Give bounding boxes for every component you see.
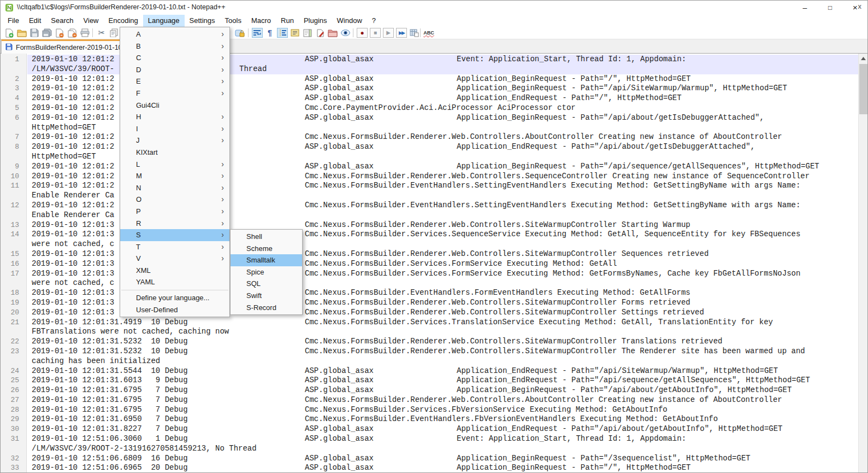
- save-all-icon[interactable]: [42, 28, 52, 38]
- log-line[interactable]: 262019-01-10 12:01:31.6795 7 DebugASP.gl…: [1, 386, 858, 395]
- log-message: Event: Application_Start, Thread Id: 1, …: [457, 55, 686, 65]
- macro-run-multiple-icon[interactable]: ▶▶: [396, 28, 407, 38]
- language-menu-item-o[interactable]: O›: [120, 194, 229, 206]
- notepad-window: \\cltqafb1\c$\logs\FormsBuilderRenderer-…: [0, 0, 868, 473]
- language-submenu-item-spice[interactable]: Spice: [231, 266, 302, 278]
- language-menu-item-gui4cli[interactable]: Gui4Cli: [120, 100, 229, 112]
- language-menu-item-p[interactable]: P›: [120, 206, 229, 218]
- menubar-item-run[interactable]: Run: [276, 15, 299, 27]
- monitor-icon[interactable]: [340, 28, 351, 38]
- log-line-wrap[interactable]: /LM/W3SVC/39/ROOT-2-131916270581459213, …: [1, 444, 858, 454]
- print-icon[interactable]: [79, 28, 90, 38]
- language-menu-item-e[interactable]: E›: [120, 75, 229, 87]
- macro-stop-icon[interactable]: ■: [370, 28, 381, 38]
- cut-icon[interactable]: ✂: [96, 28, 107, 38]
- document-switcher-icon[interactable]: [315, 28, 326, 38]
- log-line[interactable]: 322019-01-10 12:51:06.6809 16 DebugASP.g…: [1, 454, 858, 464]
- language-menu-item-s[interactable]: S›: [120, 229, 229, 241]
- open-folder-icon[interactable]: [16, 28, 27, 38]
- log-line[interactable]: 332019-01-10 12:51:06.6965 20 DebugASP.g…: [1, 463, 858, 472]
- menu-item-label: Smalltalk: [246, 256, 275, 264]
- menubar-item-tools[interactable]: Tools: [220, 15, 246, 27]
- log-line[interactable]: 222019-01-10 12:01:31.5232 10 DebugCmc.N…: [1, 337, 858, 347]
- menubar-item-[interactable]: ?: [367, 15, 381, 27]
- log-line[interactable]: 312019-01-10 12:51:06.3060 1 DebugASP.gl…: [1, 434, 858, 444]
- spell-check-icon[interactable]: ABC: [423, 28, 434, 38]
- menubar-item-edit[interactable]: Edit: [24, 15, 46, 27]
- menubar-item-plugins[interactable]: Plugins: [299, 15, 332, 27]
- line-number: 29: [1, 414, 19, 424]
- language-submenu-item-smalltalk[interactable]: Smalltalk: [231, 254, 302, 266]
- menubar-item-language[interactable]: Language: [143, 15, 185, 27]
- language-menu-item-define-your-language[interactable]: Define your language...: [120, 292, 229, 304]
- language-submenu-item-scheme[interactable]: Scheme: [231, 243, 302, 255]
- line-number: 15: [1, 249, 19, 259]
- minimize-button[interactable]: –: [793, 1, 817, 15]
- close-all-icon[interactable]: [67, 28, 78, 38]
- vertical-scrollbar[interactable]: [858, 54, 867, 472]
- menubar-item-search[interactable]: Search: [46, 15, 78, 27]
- language-submenu-item-sql[interactable]: SQL: [231, 278, 302, 290]
- close-doc-icon[interactable]: [54, 28, 65, 38]
- log-line[interactable]: 232019-01-10 12:01:31.5232 10 DebugCmc.N…: [1, 347, 858, 357]
- menubar-item-macro[interactable]: Macro: [246, 15, 276, 27]
- language-menu-item-i[interactable]: I›: [120, 123, 229, 135]
- line-number: 32: [1, 454, 19, 464]
- menubar-item-view[interactable]: View: [79, 15, 104, 27]
- macro-record-icon[interactable]: ●: [357, 28, 368, 38]
- language-menu-item-v[interactable]: V›: [120, 253, 229, 265]
- language-menu-item-m[interactable]: M›: [120, 170, 229, 182]
- sync-scroll-icon[interactable]: [234, 28, 245, 38]
- menubar-item-encoding[interactable]: Encoding: [104, 15, 143, 27]
- menubar-item-settings[interactable]: Settings: [185, 15, 220, 27]
- language-menu-item-h[interactable]: H›: [120, 111, 229, 123]
- indent-guide-icon[interactable]: [277, 28, 288, 38]
- log-source: Cmc.Nexus.FormsBuilder.Renderer.Web.Cont…: [305, 337, 723, 347]
- language-menu-item-r[interactable]: R›: [120, 218, 229, 230]
- macro-save-icon[interactable]: [409, 28, 420, 38]
- line-number: 13: [1, 220, 19, 230]
- log-line[interactable]: 212019-01-10 12:01:31.4919 10 DebugCmc.N…: [1, 318, 858, 328]
- word-wrap-icon[interactable]: [252, 28, 263, 38]
- menubar-item-file[interactable]: File: [3, 15, 24, 27]
- function-list-icon[interactable]: [290, 28, 300, 38]
- document-close-x[interactable]: x: [855, 1, 865, 13]
- save-icon[interactable]: [29, 28, 40, 38]
- language-menu-item-b[interactable]: B›: [120, 40, 229, 52]
- menubar-item-window[interactable]: Window: [332, 15, 367, 27]
- language-menu-item-n[interactable]: N›: [120, 182, 229, 194]
- language-menu-item-user-defined[interactable]: User-Defined: [120, 304, 229, 316]
- folder-workspace-icon[interactable]: [327, 28, 338, 38]
- scrollbar-thumb[interactable]: [859, 64, 867, 114]
- log-line-wrap[interactable]: FBTranslations were not cached, caching …: [1, 327, 858, 337]
- scrollbar-up-arrow-icon[interactable]: [859, 54, 867, 63]
- menu-item-label: T: [136, 243, 140, 251]
- log-line[interactable]: 302019-01-10 12:01:31.8227 7 DebugASP.gl…: [1, 424, 858, 434]
- language-menu-item-c[interactable]: C›: [120, 52, 229, 64]
- maximize-button[interactable]: □: [818, 1, 842, 15]
- language-menu-item-f[interactable]: F›: [120, 87, 229, 100]
- language-menu-item-l[interactable]: L›: [120, 159, 229, 171]
- language-menu-item-xml[interactable]: XML: [120, 265, 229, 277]
- log-line[interactable]: 252019-01-10 12:01:31.6013 9 DebugASP.gl…: [1, 376, 858, 386]
- language-submenu-item-s-record[interactable]: S-Record: [231, 302, 302, 314]
- copy-icon[interactable]: [109, 28, 120, 38]
- log-line[interactable]: 292019-01-10 12:01:31.6950 7 DebugCmc.Ne…: [1, 414, 858, 424]
- language-menu-item-d[interactable]: D›: [120, 64, 229, 76]
- language-menu-item-j[interactable]: J›: [120, 135, 229, 147]
- language-menu-item-yaml[interactable]: YAML: [120, 276, 229, 288]
- menu-item-label: SQL: [246, 279, 261, 288]
- log-line-wrap[interactable]: caching has been initialized: [1, 357, 858, 366]
- show-all-chars-icon[interactable]: ¶: [264, 28, 275, 38]
- log-line[interactable]: 272019-01-10 12:01:31.6795 7 DebugCmc.Ne…: [1, 395, 858, 405]
- new-file-icon[interactable]: [4, 28, 15, 38]
- language-menu-item-kixtart[interactable]: KIXtart: [120, 147, 229, 159]
- log-line[interactable]: 242019-01-10 12:01:31.5544 10 DebugASP.g…: [1, 366, 858, 376]
- document-map-icon[interactable]: [302, 28, 313, 38]
- language-menu-item-t[interactable]: T›: [120, 241, 229, 253]
- language-menu-item-a[interactable]: A›: [120, 28, 229, 40]
- language-submenu-item-shell[interactable]: Shell: [231, 231, 302, 243]
- language-submenu-item-swift[interactable]: Swift: [231, 290, 302, 302]
- macro-play-icon[interactable]: ▶: [383, 28, 394, 38]
- log-line[interactable]: 282019-01-10 12:01:31.6795 7 DebugCmc.Ne…: [1, 405, 858, 415]
